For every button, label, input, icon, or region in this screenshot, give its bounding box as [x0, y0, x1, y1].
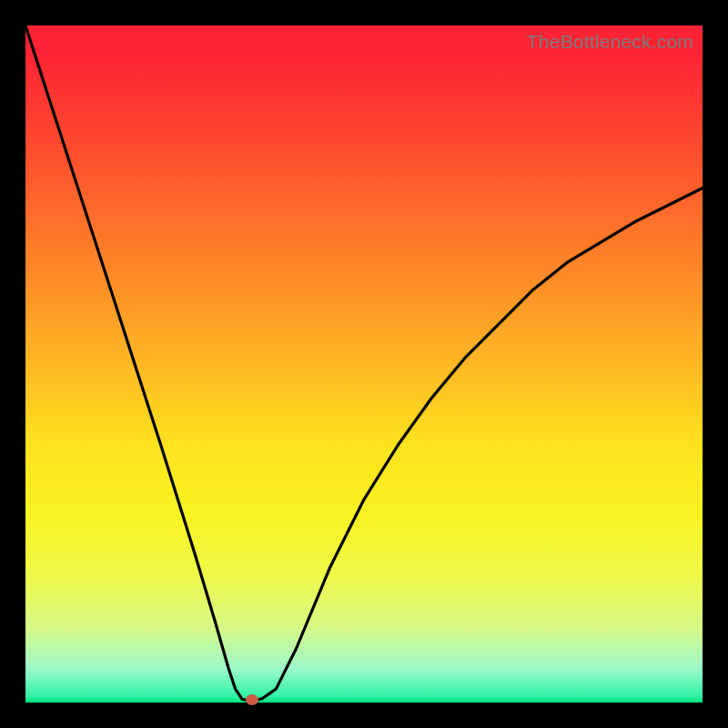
- min-point-marker: [246, 694, 258, 705]
- plot-area: TheBottleneck.com: [25, 25, 703, 703]
- chart-frame: TheBottleneck.com: [0, 0, 728, 728]
- bottleneck-curve: [25, 25, 703, 703]
- curve-path: [25, 25, 703, 701]
